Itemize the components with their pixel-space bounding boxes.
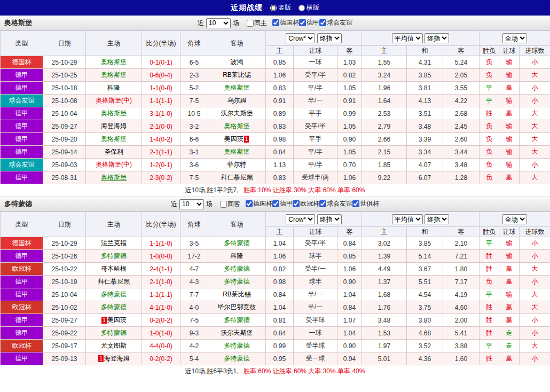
competition-checkbox[interactable] bbox=[272, 19, 279, 26]
odds-value: 1.04 bbox=[337, 327, 362, 340]
odds-value: 平/半 bbox=[294, 146, 337, 159]
competition-filter[interactable]: 世俱杯 bbox=[352, 199, 379, 208]
result-handicap: 赢 bbox=[499, 301, 520, 314]
home-team[interactable]: 尤文图斯 bbox=[86, 340, 142, 352]
home-team[interactable]: 拜仁慕尼黑 bbox=[86, 276, 142, 288]
home-team[interactable]: 1美因茨 bbox=[86, 314, 142, 327]
home-team[interactable]: 多特蒙德 bbox=[86, 250, 142, 263]
bookmaker-select[interactable]: Crow* bbox=[286, 33, 315, 43]
home-team[interactable]: 奥格斯堡(中) bbox=[86, 159, 142, 171]
competition-filter[interactable]: 欧冠杯 bbox=[293, 199, 319, 208]
same-venue-filter[interactable]: 同主 bbox=[247, 19, 267, 28]
layout-horizontal-radio[interactable] bbox=[298, 5, 305, 11]
away-team[interactable]: 奥格斯堡 bbox=[208, 120, 266, 133]
same-venue-label: 同主 bbox=[254, 19, 267, 28]
home-team[interactable]: 1海登海姆 bbox=[86, 352, 142, 365]
result-winloss: 胜 bbox=[480, 107, 499, 120]
odds-value: 一球 bbox=[294, 56, 337, 69]
away-team[interactable]: 多特蒙德 bbox=[208, 263, 266, 276]
result-handicap: 输 bbox=[499, 159, 520, 171]
away-team[interactable]: 菲尔特 bbox=[208, 159, 266, 171]
sub-header-ah-away: 客 bbox=[337, 227, 362, 237]
home-team[interactable]: 奥格斯堡 bbox=[86, 171, 142, 184]
competition-checkbox[interactable] bbox=[246, 200, 253, 207]
sub-header-goals: 进球数 bbox=[520, 227, 550, 237]
match-date: 25-09-13 bbox=[43, 352, 86, 365]
corner-score: 7-5 bbox=[180, 171, 208, 184]
home-team[interactable]: 多特蒙德 bbox=[86, 327, 142, 340]
away-team[interactable]: 拜仁慕尼黑 bbox=[208, 171, 266, 184]
average-select[interactable]: 平均值 bbox=[392, 214, 423, 224]
home-team[interactable]: 奥格斯堡 bbox=[86, 56, 142, 69]
away-team[interactable]: 沃尔夫斯堡 bbox=[208, 327, 266, 340]
competition-checkbox[interactable] bbox=[299, 19, 306, 26]
average-select[interactable]: 平均值 bbox=[392, 33, 423, 43]
odds-value: 0.84 bbox=[266, 288, 294, 301]
away-team[interactable]: 沃尔夫斯堡 bbox=[208, 107, 266, 120]
competition-checkbox[interactable] bbox=[293, 200, 300, 207]
competition-filter[interactable]: 球会友谊 bbox=[319, 18, 352, 27]
top-header: 近期战绩 竖版 横版 bbox=[0, 0, 550, 15]
same-venue-filter[interactable]: 同客 bbox=[220, 200, 240, 209]
competition-filter[interactable]: 德国杯 bbox=[272, 18, 299, 27]
competition-filter[interactable]: 德甲 bbox=[299, 18, 319, 27]
away-team[interactable]: 奥格斯堡 bbox=[208, 82, 266, 95]
scope-select[interactable]: 全场 bbox=[502, 214, 527, 224]
away-team[interactable]: 多特蒙德 bbox=[208, 352, 266, 365]
home-team[interactable]: 海登海姆 bbox=[86, 120, 142, 133]
away-team[interactable]: 多特蒙德 bbox=[208, 340, 266, 352]
same-venue-checkbox[interactable] bbox=[247, 20, 254, 27]
odds-value: 0.81 bbox=[266, 314, 294, 327]
home-team[interactable]: 哥本哈根 bbox=[86, 263, 142, 276]
odds-value: 0.90 bbox=[337, 133, 362, 146]
layout-horizontal-option[interactable]: 横版 bbox=[298, 3, 319, 12]
bookmaker-select[interactable]: Crow* bbox=[286, 214, 315, 224]
competition-filter[interactable]: 德国杯 bbox=[246, 199, 272, 208]
odds-value: 平/半 bbox=[294, 82, 337, 95]
home-team[interactable]: 奥格斯堡 bbox=[86, 107, 142, 120]
away-team[interactable]: 毕尔巴鄂竞技 bbox=[208, 301, 266, 314]
away-team[interactable]: 奥格斯堡 bbox=[208, 146, 266, 159]
home-team[interactable]: 奥格斯堡 bbox=[86, 69, 142, 82]
layout-vertical-option[interactable]: 竖版 bbox=[270, 3, 291, 12]
away-team[interactable]: 多特蒙德 bbox=[208, 237, 266, 250]
away-team[interactable]: 多特蒙德 bbox=[208, 276, 266, 288]
sub-header-handicap: 让球 bbox=[499, 46, 520, 56]
final-odds-select-2[interactable]: 终指 bbox=[425, 33, 449, 43]
home-team[interactable]: 多特蒙德 bbox=[86, 301, 142, 314]
competition-filter[interactable]: 球会友谊 bbox=[319, 199, 352, 208]
recent-count-select[interactable]: 10 bbox=[179, 199, 204, 209]
competition-checkbox[interactable] bbox=[319, 200, 326, 207]
away-team[interactable]: 多特蒙德 bbox=[208, 314, 266, 327]
home-team[interactable]: 科隆 bbox=[86, 82, 142, 95]
odds-value: 0.84 bbox=[337, 301, 362, 314]
competition-checkbox[interactable] bbox=[352, 200, 359, 207]
home-team[interactable]: 法兰克福 bbox=[86, 237, 142, 250]
final-odds-select[interactable]: 终指 bbox=[317, 214, 342, 224]
away-team[interactable]: 美因茨1 bbox=[208, 133, 266, 146]
competition-filter[interactable]: 德甲 bbox=[272, 199, 293, 208]
corner-score: 3-2 bbox=[180, 120, 208, 133]
final-odds-select[interactable]: 终指 bbox=[317, 33, 342, 43]
same-venue-checkbox[interactable] bbox=[220, 201, 227, 208]
match-score: 1-1(1-0) bbox=[142, 237, 180, 250]
home-team[interactable]: 圣保利 bbox=[86, 146, 142, 159]
layout-vertical-radio[interactable] bbox=[270, 5, 277, 11]
competition-checkbox[interactable] bbox=[272, 200, 279, 207]
result-goals: 大 bbox=[520, 107, 550, 120]
final-odds-select-2[interactable]: 终指 bbox=[425, 214, 449, 224]
away-team[interactable]: RB莱比锡 bbox=[208, 288, 266, 301]
away-team[interactable]: 科隆 bbox=[208, 250, 266, 263]
away-team[interactable]: 乌尔姆 bbox=[208, 95, 266, 107]
home-team[interactable]: 奥格斯堡(中) bbox=[86, 95, 142, 107]
scope-select[interactable]: 全场 bbox=[502, 33, 527, 43]
recent-count-select[interactable]: 10 bbox=[206, 18, 231, 28]
odds-value: 0.90 bbox=[337, 276, 362, 288]
away-team[interactable]: RB莱比锡 bbox=[208, 69, 266, 82]
home-team[interactable]: 多特蒙德 bbox=[86, 288, 142, 301]
home-team[interactable]: 奥格斯堡 bbox=[86, 133, 142, 146]
match-date: 25-09-22 bbox=[43, 327, 86, 340]
away-team[interactable]: 波鸿 bbox=[208, 56, 266, 69]
odds-value: 7.21 bbox=[443, 250, 480, 263]
competition-checkbox[interactable] bbox=[319, 19, 326, 26]
